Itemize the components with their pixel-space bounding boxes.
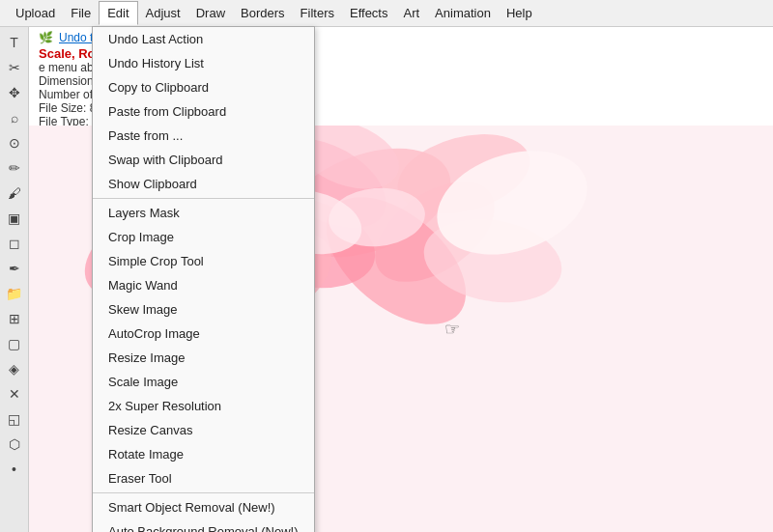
- tool-frame[interactable]: ▢: [3, 332, 26, 355]
- edit-simple-crop[interactable]: Simple Crop Tool: [93, 249, 314, 273]
- tool-lasso[interactable]: ⊙: [3, 131, 26, 154]
- menu-filters[interactable]: Filters: [293, 2, 342, 24]
- edit-undo-history[interactable]: Undo History List: [93, 51, 314, 75]
- edit-scale-image[interactable]: Scale Image: [93, 370, 314, 394]
- edit-rotate-image[interactable]: Rotate Image: [93, 442, 314, 466]
- cursor-pointer: ☞: [444, 319, 464, 342]
- edit-dropdown: Undo Last Action Undo History List Copy …: [92, 26, 315, 532]
- edit-paste-clipboard[interactable]: Paste from Clipboard: [93, 99, 314, 124]
- edit-skew-image[interactable]: Skew Image: [93, 297, 314, 322]
- edit-auto-bg-removal[interactable]: Auto Background Removal (New!): [93, 519, 314, 532]
- edit-crop-image[interactable]: Crop Image: [93, 225, 314, 249]
- tool-folder[interactable]: 📁: [3, 282, 26, 305]
- menu-upload[interactable]: Upload: [8, 2, 63, 24]
- edit-autocrop[interactable]: AutoCrop Image: [93, 322, 314, 346]
- edit-paste-from[interactable]: Paste from ...: [93, 124, 314, 148]
- tool-wand[interactable]: ⬡: [3, 433, 26, 456]
- tool-dot[interactable]: •: [3, 458, 26, 481]
- tool-pen[interactable]: ✒: [3, 257, 26, 280]
- tool-close[interactable]: ✕: [3, 382, 26, 406]
- tool-move[interactable]: ✥: [3, 81, 26, 104]
- tool-scissors[interactable]: ✂: [3, 56, 26, 79]
- edit-eraser-tool[interactable]: Eraser Tool: [93, 466, 314, 490]
- edit-layers-mask[interactable]: Layers Mask: [93, 201, 314, 225]
- tool-select[interactable]: ▣: [3, 207, 26, 230]
- edit-resize-image[interactable]: Resize Image: [93, 346, 314, 370]
- edit-magic-wand[interactable]: Magic Wand: [93, 273, 314, 297]
- info-arrow: 🌿: [39, 31, 53, 44]
- menu-effects[interactable]: Effects: [342, 2, 396, 24]
- tool-eraser[interactable]: ◻: [3, 232, 26, 255]
- tool-stamp[interactable]: ◈: [3, 357, 26, 380]
- edit-super-resolution[interactable]: 2x Super Resolution: [93, 394, 314, 418]
- menu-file[interactable]: File: [63, 2, 99, 24]
- tool-clone[interactable]: ◱: [3, 407, 26, 431]
- tool-crop[interactable]: ⊞: [3, 307, 26, 330]
- menu-animation[interactable]: Animation: [427, 2, 499, 24]
- edit-smart-object[interactable]: Smart Object Removal (New!): [93, 495, 314, 519]
- menu-edit[interactable]: Edit: [99, 1, 137, 25]
- edit-undo-last[interactable]: Undo Last Action: [93, 27, 314, 51]
- menu-help[interactable]: Help: [499, 2, 540, 24]
- menu-art[interactable]: Art: [395, 2, 427, 24]
- tool-text[interactable]: T: [3, 31, 26, 54]
- left-toolbar: T ✂ ✥ ⌕ ⊙ ✏ 🖌 ▣ ◻ ✒ 📁 ⊞ ▢ ◈ ✕ ◱ ⬡ •: [0, 27, 29, 532]
- edit-show-clipboard[interactable]: Show Clipboard: [93, 172, 314, 196]
- dropdown-separator-1: [93, 198, 314, 199]
- menu-draw[interactable]: Draw: [188, 2, 233, 24]
- menu-adjust[interactable]: Adjust: [138, 2, 188, 24]
- edit-resize-canvas[interactable]: Resize Canvas: [93, 418, 314, 442]
- edit-copy-clipboard[interactable]: Copy to Clipboard: [93, 75, 314, 99]
- dropdown-separator-2: [93, 492, 314, 493]
- tool-search[interactable]: ⌕: [3, 106, 26, 129]
- menu-borders[interactable]: Borders: [233, 2, 293, 24]
- tool-brush[interactable]: ✏: [3, 156, 26, 180]
- tool-paint[interactable]: 🖌: [3, 182, 26, 205]
- menu-bar: Upload File Edit Adjust Draw Borders Fil…: [0, 0, 773, 27]
- edit-swap-clipboard[interactable]: Swap with Clipboard: [93, 148, 314, 172]
